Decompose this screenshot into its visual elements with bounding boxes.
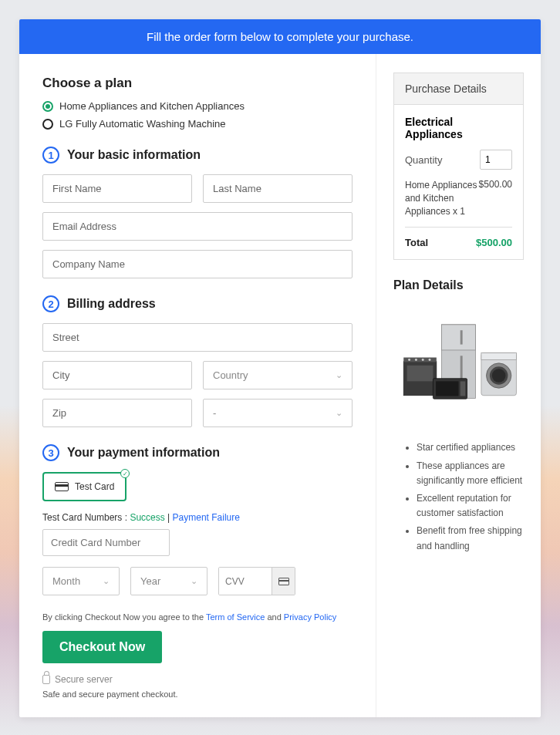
svg-point-8 (415, 359, 417, 361)
radio-unchecked-icon (42, 119, 53, 130)
year-select-label: Year (140, 575, 160, 587)
header-banner: Fill the order form below to complete yo… (19, 19, 541, 54)
quantity-label: Quantity (405, 154, 442, 166)
plan-option-2-label: LG Fully Automatic Washing Machine (59, 118, 226, 130)
plan-details-title: Plan Details (393, 278, 524, 292)
bullet-4: Benefit from free shipping and handling (417, 524, 524, 553)
cvv-card-icon (272, 568, 295, 595)
step-3-header: 3 Your payment information (42, 444, 353, 461)
quantity-input[interactable] (480, 150, 512, 170)
credit-card-icon (55, 482, 69, 491)
step-1-header: 1 Your basic information (42, 147, 353, 164)
purchase-details-body: Electrical Appliances Quantity Home Appl… (394, 105, 523, 259)
city-input[interactable] (42, 361, 192, 389)
last-name-input[interactable] (203, 174, 353, 203)
purchase-category: Electrical Appliances (405, 116, 512, 140)
tos-link[interactable]: Term of Service (206, 612, 265, 622)
step-3-number: 3 (42, 444, 59, 461)
cvv-wrap (218, 567, 295, 595)
radio-checked-icon (42, 101, 53, 112)
cvv-input[interactable] (219, 568, 272, 595)
street-input[interactable] (42, 323, 353, 352)
terms-and: and (265, 612, 283, 622)
svg-point-10 (429, 359, 431, 361)
month-select-label: Month (52, 575, 80, 587)
right-column: Purchase Details Electrical Appliances Q… (376, 54, 541, 717)
step-1-number: 1 (42, 147, 59, 164)
line-item: Home Appliances and Kitchen Appliances x… (405, 179, 512, 217)
svg-rect-18 (481, 353, 517, 360)
choose-plan-title: Choose a plan (42, 76, 353, 91)
zip-input[interactable] (42, 399, 192, 427)
left-column: Choose a plan Home Appliances and Kitche… (19, 54, 376, 717)
plan-bullets: Star certified appliances These applianc… (393, 440, 524, 553)
step-1-title: Your basic information (67, 148, 201, 162)
step-2-title: Billing address (67, 297, 156, 311)
line-item-desc: Home Appliances and Kitchen Appliances x… (405, 179, 479, 217)
step-2-number: 2 (42, 295, 59, 312)
test-failure-link[interactable]: Payment Failure (173, 512, 240, 523)
safe-text: Safe and secure payment checkout. (42, 689, 353, 699)
purchase-details-header: Purchase Details (394, 73, 523, 105)
svg-point-9 (422, 359, 424, 361)
country-select[interactable]: Country ⌄ (203, 361, 353, 389)
svg-rect-5 (407, 366, 433, 382)
svg-rect-12 (436, 382, 458, 396)
step-3-title: Your payment information (67, 446, 220, 460)
credit-card-input[interactable] (42, 529, 170, 556)
line-item-price: $500.00 (479, 179, 512, 217)
plan-option-2[interactable]: LG Fully Automatic Washing Machine (42, 118, 353, 130)
test-card-numbers-line: Test Card Numbers : Success | Payment Fa… (42, 512, 353, 523)
country-select-label: Country (213, 369, 248, 381)
plan-option-1[interactable]: Home Appliances and Kitchen Appliances (42, 100, 353, 112)
bullet-1: Star certified appliances (417, 440, 524, 455)
appliances-image (393, 302, 524, 433)
chevron-down-icon: ⌄ (191, 576, 197, 586)
checkout-button[interactable]: Checkout Now (42, 631, 162, 663)
svg-rect-2 (460, 331, 463, 345)
company-input[interactable] (42, 250, 353, 278)
test-card-chip[interactable]: Test Card ✓ (42, 472, 127, 501)
terms-line: By clicking Checkout Now you agree to th… (42, 612, 353, 622)
checkout-card: Fill the order form below to complete yo… (19, 19, 541, 717)
quantity-row: Quantity (405, 150, 512, 170)
state-select[interactable]: - ⌄ (203, 399, 353, 427)
content: Choose a plan Home Appliances and Kitche… (19, 54, 541, 717)
chevron-down-icon: ⌄ (336, 408, 342, 418)
total-value: $500.00 (476, 237, 512, 248)
month-select[interactable]: Month ⌄ (42, 567, 120, 595)
state-select-label: - (213, 407, 216, 419)
plan-option-1-label: Home Appliances and Kitchen Appliances (59, 100, 245, 112)
privacy-link[interactable]: Privacy Policy (284, 612, 336, 622)
secure-server-label: Secure server (55, 674, 113, 685)
svg-point-17 (492, 369, 506, 383)
test-success-link[interactable]: Success (130, 512, 164, 523)
bullet-2: These appliances are significantly more … (417, 459, 524, 488)
total-label: Total (405, 237, 428, 248)
secure-server-line: Secure server (42, 674, 353, 685)
lock-icon (42, 675, 50, 684)
bullet-3: Excellent reputation for customer satisf… (417, 491, 524, 521)
test-pipe: | (165, 512, 173, 523)
first-name-input[interactable] (42, 174, 192, 203)
terms-prefix: By clicking Checkout Now you agree to th… (42, 612, 206, 622)
year-select[interactable]: Year ⌄ (130, 567, 207, 595)
svg-rect-1 (441, 325, 475, 350)
svg-point-7 (408, 359, 410, 361)
chevron-down-icon: ⌄ (336, 370, 342, 380)
test-line-prefix: Test Card Numbers : (42, 512, 130, 523)
svg-rect-13 (460, 382, 466, 396)
step-2-header: 2 Billing address (42, 295, 353, 312)
email-input[interactable] (42, 212, 353, 241)
test-card-chip-label: Test Card (75, 481, 114, 492)
purchase-details-box: Purchase Details Electrical Appliances Q… (393, 72, 524, 260)
check-icon: ✓ (120, 469, 130, 478)
total-row: Total $500.00 (405, 227, 512, 248)
chevron-down-icon: ⌄ (103, 576, 110, 586)
